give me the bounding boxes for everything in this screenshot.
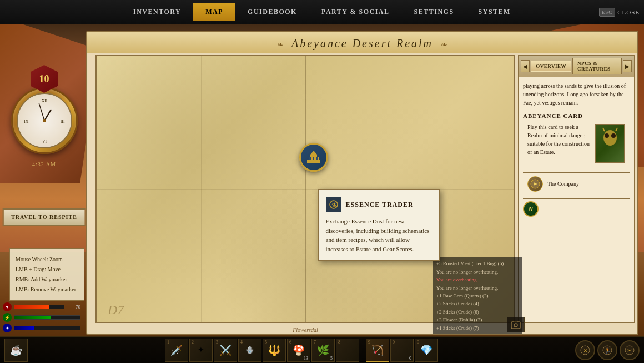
svg-point-17 [605, 133, 609, 138]
hotbar-slot-7[interactable]: 7 🌿 5 [311, 339, 335, 362]
slot-count: 13 [304, 356, 308, 361]
action-btn-2[interactable]: 🏃 [597, 340, 617, 360]
tooltip-body: Exchange Essence Dust for new discoverie… [326, 217, 432, 253]
svg-text:⚑: ⚑ [533, 182, 537, 187]
action-btn-1[interactable]: ⚔ [575, 340, 595, 360]
nav-guidebook[interactable]: GUIDEBOOK [235, 3, 309, 21]
tooltip-icon: ⚗ [326, 197, 341, 212]
control-line-3: RMB: Add Waymarker [16, 275, 78, 285]
esc-badge: ESC [599, 8, 616, 17]
hotbar-slot-8[interactable]: 8 [336, 339, 359, 362]
rp-content: playing across the sands to give the ill… [519, 77, 634, 223]
right-panel: ◀ OVERVIEW NPCS & CREATURES ▶ playing ac… [518, 55, 635, 323]
svg-line-4 [44, 110, 51, 121]
controls-legend: Mouse Wheel: Zoom LMB + Drag: Move RMB: … [9, 248, 84, 301]
stamina-bar-row: ⚡ [3, 313, 80, 322]
rp-tab-overview[interactable]: OVERVIEW [531, 61, 571, 72]
chat-line: +1 Sticks (Crude) (7) [436, 324, 519, 332]
hotbar-right: ⚔ 🏃 ✂ [575, 340, 640, 360]
n-marker: N [523, 201, 539, 217]
svg-text:⚗: ⚗ [331, 202, 336, 208]
marker-icon [305, 149, 322, 166]
card-face-icon [599, 127, 621, 160]
svg-point-18 [611, 133, 616, 138]
slot-number: 4 [240, 340, 243, 345]
action-icon-3: ✂ [624, 345, 635, 356]
hotbar-slot-2[interactable]: 2 ✦ [189, 339, 213, 362]
svg-point-16 [603, 130, 617, 146]
rp-prev-arrow[interactable]: ◀ [521, 60, 530, 72]
svg-rect-23 [514, 321, 517, 322]
svg-text:✂: ✂ [627, 347, 632, 354]
chat-line: You are no longer overheating. [436, 284, 519, 292]
hotbar-slot-extra2[interactable]: 0 💎 [415, 339, 438, 362]
tooltip-title: ESSENCE TRADER [346, 201, 414, 209]
stamina-bar-bg [14, 315, 80, 320]
rp-next-arrow[interactable]: ▶ [623, 60, 632, 72]
svg-line-5 [39, 103, 44, 121]
slot-number: 0 [417, 340, 419, 345]
rp-tab-npcs[interactable]: NPCS & CREATURES [572, 58, 622, 74]
hotbar: ☕ 1 🗡️ 2 ✦ 3 ⚔️ 4 🪬 5 🔱 6 🍄 13 7 [0, 336, 644, 363]
screenshot-icon[interactable] [507, 317, 525, 332]
slot-icon: 🏹 [371, 344, 384, 356]
health-bar-bg [14, 305, 64, 309]
slot-number: 7 [314, 340, 316, 345]
map-marker[interactable] [299, 143, 328, 172]
slot-icon: 🔱 [268, 344, 280, 356]
close-button[interactable]: ESC CLOSE [599, 8, 640, 17]
action-icon-1: ⚔ [580, 345, 591, 356]
company-marker: ⚑ The Company [523, 172, 630, 195]
hotbar-slot-3[interactable]: 3 ⚔️ [214, 339, 237, 362]
chat-line: You are no longer overheating. [436, 268, 519, 276]
clock-container: XII III VI IX 4:32 AM [11, 87, 78, 154]
tooltip-popup: ⚗ ESSENCE TRADER Exchange Essence Dust f… [318, 189, 440, 261]
company-icon-svg: ⚑ [530, 179, 540, 189]
health-icon: ♥ [3, 302, 12, 311]
status-bars: ♥ 70 ⚡ ✦ [3, 302, 80, 334]
hotbar-slot-0[interactable]: 0 0 [390, 339, 414, 362]
mana-bar-fill [14, 326, 34, 330]
control-line-1: Mouse Wheel: Zoom [16, 255, 78, 265]
map-grid-label: D7 [108, 302, 124, 317]
slot-icon: ⚔️ [219, 344, 232, 356]
svg-marker-10 [310, 151, 317, 155]
hotbar-slot-extra1[interactable]: ☕ [4, 339, 28, 362]
panel-title: Abeyance Desert Realm [291, 37, 433, 49]
svg-rect-21 [511, 322, 520, 329]
essence-trader-icon: ⚗ [329, 200, 339, 210]
hotbar-slot-4[interactable]: 4 🪬 [238, 339, 261, 362]
svg-text:XII: XII [41, 98, 47, 103]
slot-number: 6 [289, 340, 291, 345]
mana-bar-row: ✦ [3, 324, 80, 332]
travel-to-respite-button[interactable]: TRAVEL TO RESPITE [2, 208, 86, 226]
clock-svg: XII III VI IX [18, 94, 71, 147]
hotbar-slot-1[interactable]: 1 🗡️ [165, 339, 188, 362]
hotbar-center: 1 🗡️ 2 ✦ 3 ⚔️ 4 🪬 5 🔱 6 🍄 13 7 🌿 5 [30, 339, 573, 362]
nav-settings[interactable]: SETTINGS [402, 3, 466, 21]
action-icon-2: 🏃 [602, 345, 613, 356]
abeyance-card-image [595, 124, 625, 163]
nav-party-social[interactable]: PARTY & SOCIAL [309, 3, 402, 21]
nav-system[interactable]: SYSTEM [466, 3, 523, 21]
action-btn-3[interactable]: ✂ [620, 340, 640, 360]
abeyance-card-title: ABEYANCE CARD [523, 111, 630, 121]
company-label: The Company [547, 180, 579, 188]
svg-text:🏃: 🏃 [604, 347, 611, 354]
hotbar-slot-5[interactable]: 5 🔱 [263, 339, 286, 362]
nav-map[interactable]: MAP [193, 3, 235, 21]
slot-number: 0 [393, 340, 395, 345]
clock-time: 4:32 AM [32, 161, 56, 167]
chat-line: You are overheating. [436, 276, 519, 284]
svg-text:VI: VI [42, 139, 47, 144]
stamina-bar-fill [14, 316, 51, 319]
slot-number: 8 [338, 340, 340, 345]
health-value: 70 [67, 304, 80, 310]
slot-number: 3 [216, 340, 218, 345]
slot-icon: ✦ [198, 345, 204, 355]
hotbar-slot-9[interactable]: 9 🏹 [366, 339, 389, 362]
mana-icon: ✦ [3, 324, 12, 332]
svg-text:⚔: ⚔ [583, 347, 588, 354]
nav-inventory[interactable]: INVENTORY [121, 3, 193, 21]
hotbar-slot-6[interactable]: 6 🍄 13 [287, 339, 310, 362]
